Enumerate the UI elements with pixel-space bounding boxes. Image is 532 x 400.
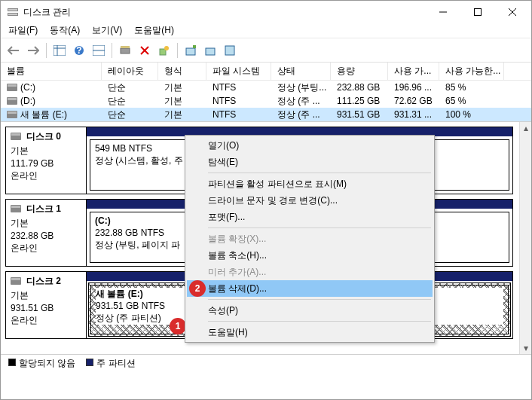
context-menu: 열기(O) 탐색(E) 파티션을 활성 파티션으로 표시(M) 드라이브 문자 … <box>185 135 435 343</box>
svg-rect-8 <box>54 45 66 56</box>
window-title: 디스크 관리 <box>23 6 426 19</box>
menubar: 파일(F) 동작(A) 보기(V) 도움말(H) <box>1 23 531 38</box>
view-detail-button[interactable] <box>90 42 107 59</box>
col-volume[interactable]: 볼륨 <box>1 63 102 80</box>
ctx-change-letter[interactable]: 드라이브 문자 및 경로 변경(C)... <box>187 192 433 209</box>
svg-rect-3 <box>8 14 17 15</box>
disk-icon <box>11 205 21 212</box>
action-properties-button[interactable] <box>222 42 238 59</box>
ctx-explore[interactable]: 탐색(E) <box>187 154 433 170</box>
drive-icon <box>7 97 17 105</box>
legend: 할당되지 않음 주 파티션 <box>1 354 531 372</box>
volumes-header: 볼륨 레이아웃 형식 파일 시스템 상태 용량 사용 가... 사용 가능한..… <box>1 63 531 81</box>
ctx-mark-active[interactable]: 파티션을 활성 파티션으로 표시(M) <box>187 176 433 192</box>
ctx-delete-volume[interactable]: 2 볼륨 삭제(D)... <box>187 280 433 297</box>
titlebar: 디스크 관리 <box>1 1 531 23</box>
menu-action[interactable]: 동작(A) <box>45 23 84 38</box>
legend-swatch-unallocated <box>8 359 16 366</box>
ctx-mirror: 미러 추가(A)... <box>187 264 433 280</box>
action-volume-button[interactable] <box>182 42 199 59</box>
disk-icon <box>11 277 21 285</box>
volume-row[interactable]: 새 볼륨 (E:) 단순 기본 NTFS 정상 (주 ... 931.51 GB… <box>1 108 531 121</box>
volume-row[interactable]: (D:) 단순 기본 NTFS 정상 (주 ... 111.25 GB 72.6… <box>1 94 531 108</box>
create-vol-button[interactable] <box>156 42 173 59</box>
col-status[interactable]: 상태 <box>271 63 331 80</box>
drive-icon <box>7 84 17 91</box>
disk-label[interactable]: 디스크 0 기본 111.79 GB 온라인 <box>5 127 87 194</box>
annotation-badge-2: 2 <box>189 280 206 297</box>
refresh-button[interactable] <box>117 42 133 59</box>
svg-text:?: ? <box>76 45 81 56</box>
forward-button[interactable] <box>25 42 41 59</box>
svg-rect-24 <box>225 46 234 55</box>
drive-icon <box>7 111 17 118</box>
svg-rect-15 <box>121 48 130 53</box>
svg-rect-5 <box>475 9 482 16</box>
disk-icon <box>11 133 21 140</box>
ctx-help[interactable]: 도움말(H) <box>187 324 433 340</box>
minimize-button[interactable] <box>426 1 460 23</box>
action-disk-button[interactable] <box>202 42 219 59</box>
help-button[interactable]: ? <box>71 42 87 59</box>
scroll-up-icon[interactable]: ▴ <box>520 122 531 134</box>
svg-rect-19 <box>160 49 166 55</box>
ctx-properties[interactable]: 속성(P) <box>187 302 433 319</box>
svg-rect-16 <box>121 46 130 48</box>
menu-help[interactable]: 도움말(H) <box>130 23 179 38</box>
ctx-extend: 볼륨 확장(X)... <box>187 231 433 247</box>
disk-label[interactable]: 디스크 1 기본 232.88 GB 온라인 <box>5 199 87 267</box>
disk-label[interactable]: 디스크 2 기본 931.51 GB 온라인 <box>5 271 87 339</box>
menu-file[interactable]: 파일(F) <box>4 23 42 38</box>
col-capacity[interactable]: 용량 <box>331 63 388 80</box>
svg-rect-21 <box>186 48 195 55</box>
svg-rect-22 <box>193 45 196 48</box>
maximize-button[interactable] <box>460 1 495 23</box>
app-icon <box>7 6 19 18</box>
volumes-table: 볼륨 레이아웃 형식 파일 시스템 상태 용량 사용 가... 사용 가능한..… <box>1 63 531 122</box>
col-format[interactable]: 형식 <box>158 63 206 80</box>
toolbar: ? <box>1 38 531 63</box>
volume-row[interactable]: (C:) 단순 기본 NTFS 정상 (부팅... 232.88 GB 196.… <box>1 81 531 94</box>
ctx-open[interactable]: 열기(O) <box>187 137 433 154</box>
ctx-format[interactable]: 포맷(F)... <box>187 209 433 225</box>
svg-point-20 <box>164 46 169 50</box>
menu-view[interactable]: 보기(V) <box>87 23 127 38</box>
legend-swatch-primary <box>86 359 93 366</box>
close-button[interactable] <box>495 1 530 23</box>
col-percent[interactable]: 사용 가능한... <box>439 63 504 80</box>
col-filesystem[interactable]: 파일 시스템 <box>206 63 271 80</box>
svg-rect-23 <box>206 48 215 55</box>
view-list-button[interactable] <box>51 42 68 59</box>
scroll-down-icon[interactable]: ▾ <box>520 342 531 354</box>
delete-button[interactable] <box>136 42 153 59</box>
col-layout[interactable]: 레이아웃 <box>102 63 158 80</box>
col-free[interactable]: 사용 가... <box>388 63 439 80</box>
annotation-badge-1: 1 <box>170 318 186 334</box>
back-button[interactable] <box>5 42 22 59</box>
svg-rect-2 <box>8 9 17 11</box>
ctx-shrink[interactable]: 볼륨 축소(H)... <box>187 247 433 264</box>
